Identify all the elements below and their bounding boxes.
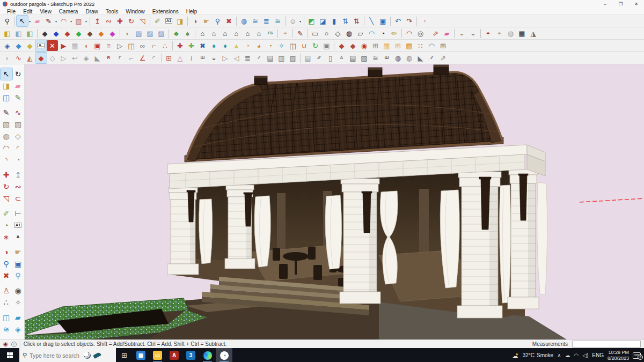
cone-button[interactable]: △ xyxy=(174,53,186,63)
sample-paint-button[interactable]: ✎ xyxy=(12,92,24,104)
weave-button[interactable]: ≋ xyxy=(370,53,381,63)
wifi-icon[interactable]: ◠ xyxy=(574,352,579,358)
book-button[interactable]: ▤ xyxy=(302,53,313,63)
extrude-x-button[interactable]: ◆ xyxy=(96,28,107,39)
house-e-button[interactable]: ⌂ xyxy=(242,28,253,39)
tray-chevron-icon[interactable]: ∧ xyxy=(557,352,561,358)
look-around-button[interactable]: ◉ xyxy=(12,285,24,297)
rectangle-dropdown-icon[interactable]: ▾ xyxy=(84,19,88,23)
compass-button[interactable]: ✧ xyxy=(12,297,24,308)
stretch-button[interactable]: ⇗ xyxy=(430,28,441,39)
arc-button[interactable]: ◜ xyxy=(12,142,24,154)
smart-erase-button[interactable]: ▰ xyxy=(441,28,452,39)
solid-bar-button[interactable]: ▮ xyxy=(328,16,340,26)
bounding-box-button[interactable]: ▣ xyxy=(377,16,389,26)
file-explorer-taskbar-button[interactable]: ▭ xyxy=(149,348,166,362)
tape-measure-button[interactable]: ✐ xyxy=(1,208,12,219)
flag-button[interactable]: ▷ xyxy=(114,40,126,51)
points-button[interactable]: ∷ xyxy=(415,40,426,51)
section-boundary-button[interactable]: ◈ xyxy=(12,323,24,335)
curve-dots-button[interactable]: ∴ xyxy=(159,40,171,51)
grid-a-button[interactable]: ▦ xyxy=(381,40,392,51)
stack-br-button[interactable]: ◈ xyxy=(2,40,13,51)
autocad-taskbar-button[interactable]: A xyxy=(166,348,182,362)
shape-rect-button[interactable]: ▭ xyxy=(310,28,321,39)
angle-button[interactable]: ∠ xyxy=(137,53,148,63)
extrude-n-button[interactable]: ◆ xyxy=(84,28,96,39)
arc-dash-button[interactable]: ◠ xyxy=(426,40,437,51)
follow-me-button[interactable]: ∾ xyxy=(103,16,114,26)
shape-arc-button[interactable]: ◠ xyxy=(366,28,377,39)
menu-view[interactable]: View xyxy=(36,9,55,14)
menu-extensions[interactable]: Extensions xyxy=(149,9,182,14)
hatch-button[interactable]: ▨ xyxy=(358,53,370,63)
text-tool-button[interactable]: A1 xyxy=(163,16,174,26)
scale-button[interactable]: ◹ xyxy=(1,193,12,204)
measurements-input[interactable] xyxy=(572,341,641,348)
play-button[interactable]: ▷ xyxy=(219,53,231,63)
box-green-button[interactable]: ◧ xyxy=(24,28,35,39)
vector-push-button[interactable]: ◆ xyxy=(50,28,62,39)
house-d-button[interactable]: ⌂ xyxy=(231,28,242,39)
bend-a-button[interactable]: ◔ xyxy=(242,40,253,51)
window-red-button[interactable]: ⊞ xyxy=(163,53,174,63)
help-info-icon[interactable]: i xyxy=(11,342,17,347)
curve-c-button[interactable]: ◜ xyxy=(148,53,159,63)
subtract-button[interactable]: ✖ xyxy=(197,40,208,51)
redo-button[interactable]: ↷ xyxy=(404,16,415,26)
sign-in-button[interactable]: ☺ xyxy=(287,16,298,26)
drape-button[interactable]: ◓ xyxy=(482,28,494,39)
bezier-button[interactable]: ◠ xyxy=(404,28,415,39)
calculator-taskbar-button[interactable]: ▦ xyxy=(133,348,149,362)
style-gear-button[interactable]: ≋ xyxy=(272,16,283,26)
grid-mesh-button[interactable]: ▦ xyxy=(516,28,528,39)
rotated-rectangle-button[interactable]: ▨ xyxy=(12,119,24,130)
house-b-button[interactable]: ⌂ xyxy=(208,28,219,39)
arc-slice-button[interactable]: ◗ xyxy=(122,28,133,39)
line-button[interactable]: ✎ xyxy=(43,16,54,26)
iso-arrow-button[interactable]: ⇗ xyxy=(437,53,449,63)
pencil-red-button[interactable]: ✎ xyxy=(295,28,306,39)
menu-file[interactable]: File xyxy=(3,9,19,14)
profile-builder-button[interactable]: A.. xyxy=(35,40,47,51)
array-button[interactable]: ⊞ xyxy=(437,40,449,51)
3ds-max-taskbar-button[interactable]: 3 xyxy=(182,348,199,362)
house-f-button[interactable]: ⌂ xyxy=(253,28,265,39)
hook-button[interactable]: ⌐ xyxy=(148,40,159,51)
sort-down-button[interactable]: ⇅ xyxy=(340,16,351,26)
eraser-button[interactable]: ▰ xyxy=(12,80,24,92)
menu-window[interactable]: Window xyxy=(122,9,149,14)
move-button[interactable]: ✚ xyxy=(114,16,126,26)
drop-a-button[interactable]: ♦ xyxy=(208,40,219,51)
paint-bucket-button[interactable]: ◨ xyxy=(174,16,186,26)
plane-blue-button[interactable]: ◆ xyxy=(13,40,24,51)
axes-button[interactable]: ∗ xyxy=(1,231,12,243)
close-button[interactable]: ✕ xyxy=(628,0,644,8)
section-display-button[interactable]: ≋ xyxy=(1,323,12,335)
slash-b-button[interactable]: ▨ xyxy=(144,28,156,39)
onedrive-icon[interactable]: ☁ xyxy=(565,352,570,358)
prism-button[interactable]: ◇ xyxy=(47,53,58,63)
push-pull-button[interactable]: ↥ xyxy=(92,16,103,26)
arc-button[interactable]: ◠ xyxy=(58,16,69,26)
door-button[interactable]: ▯ xyxy=(325,53,336,63)
louver-b-button[interactable]: ▤ xyxy=(265,53,276,63)
shape-ellipse-button[interactable]: ◍ xyxy=(343,28,355,39)
sketchup-taskbar-button[interactable]: ◔ xyxy=(216,348,232,362)
history-button[interactable]: ◔ xyxy=(419,16,430,26)
position-camera-button[interactable]: ♙ xyxy=(1,285,12,297)
orbit-black-button[interactable]: ↻ xyxy=(12,68,24,80)
grid-c-button[interactable]: ▦ xyxy=(404,40,415,51)
rotate-button[interactable]: ↻ xyxy=(126,16,137,26)
facet-button[interactable]: ◈ xyxy=(80,53,92,63)
two-point-arc-button[interactable]: ◠ xyxy=(1,142,12,154)
menu-edit[interactable]: Edit xyxy=(19,9,36,14)
louver-a-button[interactable]: ∕∕ xyxy=(253,53,265,63)
box-yellow-button[interactable]: ◧ xyxy=(2,28,13,39)
sign-in-dropdown-icon[interactable]: ▾ xyxy=(298,19,302,23)
shape-pie-button[interactable]: ◔ xyxy=(377,28,389,39)
pivot-b-button[interactable]: ◆ xyxy=(347,40,358,51)
undo-button[interactable]: ↶ xyxy=(392,16,404,26)
3d-text-button[interactable]: A xyxy=(12,231,24,243)
section-plane-button[interactable]: ◫ xyxy=(1,312,12,323)
